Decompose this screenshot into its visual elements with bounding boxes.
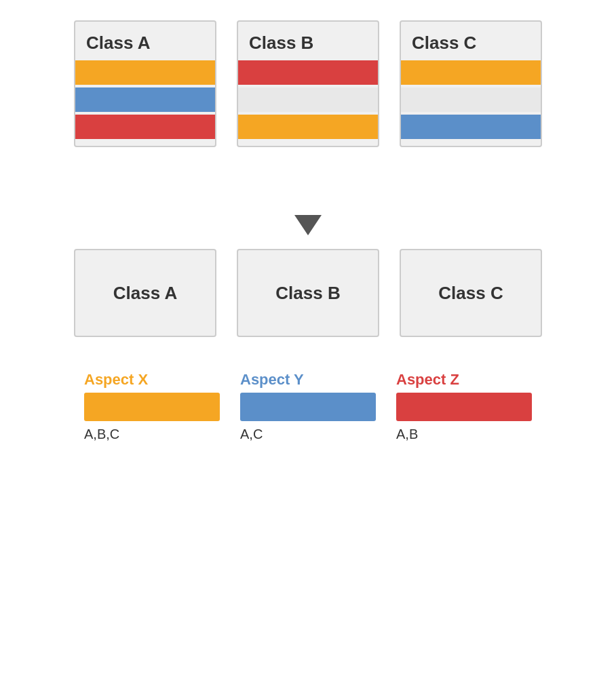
bottom-row: Aspect X A,B,C Aspect Y A,C Aspect Z A,B: [84, 371, 532, 442]
aspect-y-bar: [240, 393, 376, 421]
class-a-top-label: Class A: [75, 22, 215, 60]
bar-blue-1: [75, 87, 215, 112]
class-b-mid-card: Class B: [237, 249, 379, 337]
class-b-top-card: Class B: [237, 20, 379, 147]
class-b-mid-label: Class B: [275, 283, 340, 304]
aspect-x-classes: A,B,C: [84, 427, 119, 442]
aspect-y-item: Aspect Y A,C: [240, 371, 376, 442]
class-a-bars: [75, 60, 215, 146]
aspect-x-label: Aspect X: [84, 371, 148, 389]
class-a-mid-card: Class A: [74, 249, 216, 337]
bar-orange-3: [401, 60, 541, 85]
bar-blue-2: [401, 115, 541, 139]
aspect-z-item: Aspect Z A,B: [396, 371, 532, 442]
top-row: Class A Class B Class C: [74, 20, 542, 147]
class-a-mid-label: Class A: [113, 283, 177, 304]
class-c-mid-card: Class C: [400, 249, 542, 337]
bar-gray-2: [401, 87, 541, 112]
class-c-top-card: Class C: [400, 20, 542, 147]
class-b-top-label: Class B: [238, 22, 378, 60]
arrow-container: [288, 174, 328, 235]
aspect-z-bar: [396, 393, 532, 421]
aspect-x-item: Aspect X A,B,C: [84, 371, 220, 442]
bar-red-1: [75, 115, 215, 139]
class-c-mid-label: Class C: [438, 283, 503, 304]
aspect-z-classes: A,B: [396, 427, 418, 442]
bar-red-2: [238, 60, 378, 85]
svg-marker-0: [294, 174, 322, 235]
class-b-bars: [238, 60, 378, 146]
middle-row: Class A Class B Class C: [74, 249, 542, 337]
bar-gray-1: [238, 87, 378, 112]
aspect-z-label: Aspect Z: [396, 371, 459, 389]
aspect-x-bar: [84, 393, 220, 421]
down-arrow-icon: [288, 174, 328, 235]
aspect-y-classes: A,C: [240, 427, 263, 442]
class-c-bars: [401, 60, 541, 146]
bar-orange-1: [75, 60, 215, 85]
bar-orange-2: [238, 115, 378, 139]
class-a-top-card: Class A: [74, 20, 216, 147]
class-c-top-label: Class C: [401, 22, 541, 60]
aspect-y-label: Aspect Y: [240, 371, 304, 389]
